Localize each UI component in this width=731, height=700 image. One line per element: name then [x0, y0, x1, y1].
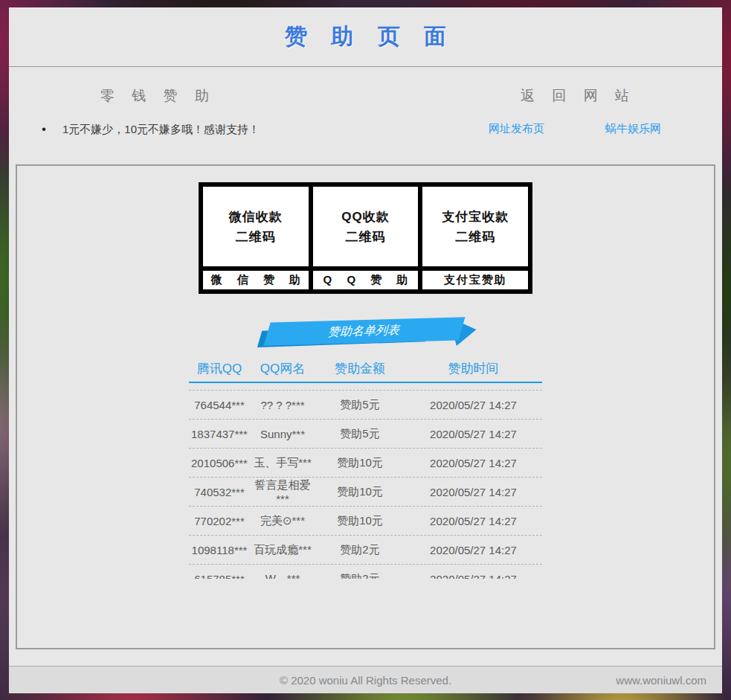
table-cell: ?? ? ?***	[250, 399, 315, 411]
table-cell: 2020/05/27 14:27	[405, 544, 542, 556]
footer-site-url: www.woniuwl.com	[616, 674, 706, 687]
table-cell: 2020/05/27 14:27	[405, 399, 542, 411]
table-cell: 2010506***	[189, 457, 250, 469]
table-row: 740532***誓言是相爱***赞助10元2020/05/27 14:27	[189, 477, 542, 506]
table-cell: 赞助10元	[315, 485, 405, 499]
table-cell: 2020/05/27 14:27	[405, 515, 542, 527]
table-row: 1098118***百玩成瘾***赞助2元2020/05/27 14:27	[189, 535, 542, 564]
qr-caption-0: 微 信 赞 助	[203, 271, 309, 289]
table-cell: 2020/05/27 14:27	[405, 573, 542, 579]
bullet-icon: •	[42, 122, 46, 137]
site-link-0[interactable]: 网址发布页	[489, 122, 544, 136]
sponsor-table: 腾讯QQQQ网名赞助金额赞助时间 764544***?? ? ?***赞助5元2…	[189, 356, 542, 579]
table-cell: 764544***	[189, 399, 250, 411]
table-cell: 赞助2元	[315, 543, 405, 557]
table-cell: 2020/05/27 14:27	[405, 457, 542, 469]
table-cell: W。***	[250, 572, 315, 579]
donation-heading: 零 钱 赞 助	[9, 86, 300, 106]
qr-placeholder-1: QQ收款二维码	[313, 187, 419, 266]
column-header-3: 赞助时间	[405, 360, 542, 377]
column-header-0: 腾讯QQ	[189, 360, 250, 377]
table-cell: 2020/05/27 14:27	[405, 428, 542, 440]
qr-panel-2: 支付宝收款二维码支付宝赞助	[422, 187, 528, 289]
ribbon-label: 赞助名单列表	[263, 317, 465, 346]
table-cell: 完美⊙***	[250, 514, 315, 528]
site-link-1[interactable]: 蜗牛娱乐网	[605, 122, 661, 136]
table-row: 770202***完美⊙***赞助10元2020/05/27 14:27	[189, 506, 542, 535]
return-site-column: 返 回 网 站 网址发布页蜗牛娱乐网	[429, 86, 721, 164]
column-header-2: 赞助金额	[315, 360, 405, 377]
table-cell: 誓言是相爱***	[250, 478, 315, 505]
column-header-1: QQ网名	[250, 360, 315, 377]
qr-panel-1: QQ收款二维码Q Q 赞 助	[313, 187, 419, 289]
table-cell: 玉、手写***	[250, 456, 315, 470]
table-cell: 百玩成瘾***	[250, 543, 315, 557]
table-cell: 770202***	[189, 515, 250, 527]
info-section: 零 钱 赞 助 • 1元不嫌少，10元不嫌多哦！感谢支持！ 返 回 网 站 网址…	[9, 67, 722, 164]
copyright-text: © 2020 woniu All Rights Reserved.	[280, 674, 451, 687]
sponsor-table-body: 764544***?? ? ?***赞助5元2020/05/27 14:2718…	[189, 383, 542, 579]
table-cell: 赞助5元	[315, 427, 405, 441]
table-cell: 赞助5元	[315, 398, 405, 412]
page-header: 赞 助 页 面	[9, 7, 722, 67]
table-cell: 1837437***	[189, 428, 250, 440]
table-row: 764544***?? ? ?***赞助5元2020/05/27 14:27	[189, 390, 542, 419]
table-row: 2010506***玉、手写***赞助10元2020/05/27 14:27	[189, 448, 542, 477]
table-cell: 赞助10元	[315, 456, 405, 470]
qr-codes-image: 微信收款二维码微 信 赞 助QQ收款二维码Q Q 赞 助支付宝收款二维码支付宝赞…	[199, 182, 532, 294]
qr-placeholder-2: 支付宝收款二维码	[422, 187, 528, 266]
page-title: 赞 助 页 面	[276, 22, 455, 52]
page-footer: © 2020 woniu All Rights Reserved. www.wo…	[9, 666, 722, 693]
qr-caption-2: 支付宝赞助	[422, 271, 528, 289]
table-cell: 2020/05/27 14:27	[405, 486, 542, 498]
qr-panel-0: 微信收款二维码微 信 赞 助	[203, 187, 309, 289]
table-cell: Sunny***	[250, 428, 315, 440]
qr-placeholder-0: 微信收款二维码	[203, 187, 309, 266]
return-links: 网址发布页蜗牛娱乐网	[429, 122, 721, 136]
table-cell: 赞助2元	[315, 572, 405, 579]
main-content-box: 微信收款二维码微 信 赞 助QQ收款二维码Q Q 赞 助支付宝收款二维码支付宝赞…	[16, 164, 715, 649]
qr-caption-1: Q Q 赞 助	[313, 271, 419, 289]
donation-note: • 1元不嫌少，10元不嫌多哦！感谢支持！	[9, 122, 300, 137]
table-row: 1837437***Sunny***赞助5元2020/05/27 14:27	[189, 419, 542, 448]
sponsor-table-header: 腾讯QQQQ网名赞助金额赞助时间	[189, 356, 542, 383]
sponsor-list-ribbon: 赞助名单列表	[260, 319, 472, 347]
donation-note-text: 1元不嫌少，10元不嫌多哦！感谢支持！	[62, 123, 260, 137]
table-cell: 赞助10元	[315, 514, 405, 528]
table-row: 615785***W。***赞助2元2020/05/27 14:27	[189, 564, 542, 579]
page-card: 赞 助 页 面 零 钱 赞 助 • 1元不嫌少，10元不嫌多哦！感谢支持！ 返 …	[9, 7, 722, 693]
donation-info-column: 零 钱 赞 助 • 1元不嫌少，10元不嫌多哦！感谢支持！	[9, 86, 300, 164]
table-cell: 615785***	[189, 573, 250, 579]
table-cell: 740532***	[189, 486, 250, 498]
return-site-heading: 返 回 网 站	[429, 86, 721, 106]
table-cell: 1098118***	[189, 544, 250, 556]
